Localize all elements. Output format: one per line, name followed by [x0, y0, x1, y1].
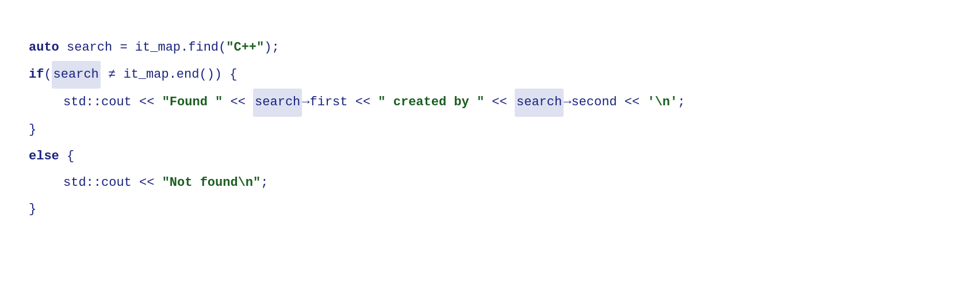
search-highlight-2: search [253, 89, 302, 116]
string-not-found: "Not found\n" [162, 170, 261, 196]
code-line-3: std::cout << "Found " << search→first <<… [29, 89, 951, 116]
code-line-1: auto search = it_map.find("C++"); [29, 35, 951, 61]
keyword-auto: auto [29, 35, 59, 61]
code-text: ( [44, 62, 51, 88]
code-text: ); [264, 35, 279, 61]
code-text: →first << [302, 89, 378, 116]
code-text: << [484, 89, 515, 116]
code-line-6: std::cout << "Not found\n"; [29, 170, 951, 196]
string-found: "Found " [162, 89, 223, 116]
code-text: ≠ it_map.end()) { [101, 62, 238, 88]
code-block: auto search = it_map.find("C++"); if(sea… [0, 0, 980, 257]
code-text: →second << [564, 89, 647, 116]
code-line-2: if(search ≠ it_map.end()) { [29, 61, 951, 89]
search-highlight-3: search [515, 89, 564, 116]
code-text: std::cout << [63, 89, 162, 116]
code-text: std::cout << [63, 170, 162, 196]
string-cpp: "C++" [226, 35, 264, 61]
code-text: } [29, 196, 36, 223]
code-line-4: } [29, 117, 951, 143]
code-line-7: } [29, 196, 951, 223]
string-created-by: " created by " [378, 89, 484, 116]
char-newline: '\n' [647, 89, 677, 116]
code-text: search = it_map.find( [59, 35, 226, 61]
code-text: << [223, 89, 253, 116]
code-text: ; [677, 89, 685, 116]
code-text: { [59, 143, 74, 170]
keyword-if: if [29, 62, 44, 88]
code-text: } [29, 117, 36, 143]
code-text: ; [261, 170, 268, 196]
code-line-5: else { [29, 143, 951, 170]
search-highlight-1: search [52, 61, 101, 89]
keyword-else: else [29, 143, 59, 170]
